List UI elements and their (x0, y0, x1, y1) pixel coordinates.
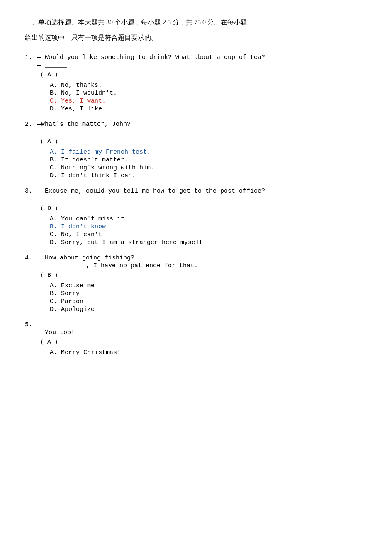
question-5-number: 5. (25, 321, 37, 328)
question-2-option-4: D. I don't think I can. (50, 172, 367, 179)
questions-container: 1.— Would you like something to drink? W… (25, 54, 367, 356)
question-4: 4.— How about going fishing?— __________… (25, 254, 367, 313)
question-1-prompt-line: 1.— Would you like something to drink? W… (25, 54, 367, 61)
question-3: 3.— Excuse me, could you tell me how to … (25, 188, 367, 246)
question-1-option-2: B. No, I wouldn't. (50, 90, 367, 97)
question-5: 5.— ______— You too!（ A ）A. Merry Christ… (25, 321, 367, 356)
question-3-blank-line: — ______ (37, 196, 367, 203)
header-line2: 给出的选项中，只有一项是符合题目要求的。 (25, 32, 367, 44)
question-1-option-4: D. Yes, I like. (50, 105, 367, 112)
question-5-prompt-line: 5.— ______ (25, 321, 367, 328)
question-3-prompt-line: 3.— Excuse me, could you tell me how to … (25, 188, 367, 195)
question-4-blank-line: — ___________, I have no patience for th… (37, 262, 367, 269)
question-1-number: 1. (25, 54, 37, 61)
question-5-answer-badge: （ A ） (37, 338, 367, 346)
question-2-prompt-line: 2.—What's the matter, John? (25, 121, 367, 128)
question-4-text: — How about going fishing? (37, 254, 367, 262)
question-2-text: —What's the matter, John? (37, 121, 367, 128)
question-1-option-1: A. No, thanks. (50, 82, 367, 89)
question-5-options: A. Merry Christmas! (50, 349, 367, 356)
question-3-text: — Excuse me, could you tell me how to ge… (37, 188, 367, 195)
question-3-option-4: D. Sorry, but I am a stranger here mysel… (50, 239, 367, 246)
question-2: 2.—What's the matter, John?— ______（ A ）… (25, 121, 367, 179)
question-2-answer-badge: （ A ） (37, 137, 367, 145)
question-1-text: — Would you like something to drink? Wha… (37, 54, 367, 61)
question-4-option-4: D. Apologize (50, 306, 367, 313)
question-3-answer-badge: （ D ） (37, 204, 367, 212)
question-5-text: — ______ (37, 321, 367, 328)
header-line1: 一、单项选择题。本大题共 30 个小题，每小题 2.5 分，共 75.0 分。在… (25, 17, 367, 29)
question-4-option-2: B. Sorry (50, 290, 367, 297)
question-5-blank-line: — You too! (37, 329, 367, 336)
question-3-number: 3. (25, 188, 37, 195)
question-2-options: A. I failed my French test.B. It doesn't… (50, 149, 367, 179)
question-3-option-2: B. I don't know (50, 223, 367, 230)
question-4-option-3: C. Pardon (50, 298, 367, 305)
question-1: 1.— Would you like something to drink? W… (25, 54, 367, 112)
question-2-number: 2. (25, 121, 37, 128)
question-5-option-1: A. Merry Christmas! (50, 349, 367, 356)
question-1-options: A. No, thanks.B. No, I wouldn't.C. Yes, … (50, 82, 367, 112)
question-2-option-2: B. It doesn't matter. (50, 156, 367, 164)
question-3-options: A. You can't miss itB. I don't knowC. No… (50, 215, 367, 246)
question-1-blank-line: — ______ (37, 62, 367, 69)
question-4-answer-badge: （ B ） (37, 271, 367, 279)
question-4-prompt-line: 4.— How about going fishing? (25, 254, 367, 262)
question-3-option-1: A. You can't miss it (50, 215, 367, 222)
question-4-option-1: A. Excuse me (50, 282, 367, 289)
question-4-options: A. Excuse meB. SorryC. PardonD. Apologiz… (50, 282, 367, 313)
question-3-option-3: C. No, I can't (50, 231, 367, 238)
question-1-option-3: C. Yes, I want. (50, 98, 367, 105)
question-4-number: 4. (25, 254, 37, 262)
header-section: 一、单项选择题。本大题共 30 个小题，每小题 2.5 分，共 75.0 分。在… (25, 17, 367, 44)
question-1-answer-badge: （ A ） (37, 71, 367, 78)
question-2-blank-line: — ______ (37, 129, 367, 136)
question-2-option-3: C. Nothing's wrong with him. (50, 164, 367, 171)
question-2-option-1: A. I failed my French test. (50, 149, 367, 156)
